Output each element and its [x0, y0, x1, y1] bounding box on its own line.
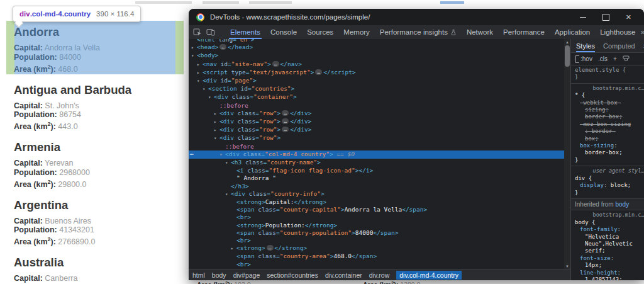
twisty-expanded-icon[interactable]: ▾	[214, 135, 219, 142]
dom-row[interactable]: ▾<section id="countries">	[189, 85, 564, 93]
dom-row[interactable]: <br>	[189, 237, 564, 244]
dom-row[interactable]: </h3>	[189, 183, 564, 190]
twisty-collapsed-icon[interactable]: ▸	[191, 44, 197, 52]
dom-token: id	[221, 77, 228, 84]
twisty-expanded-icon[interactable]: ▾	[191, 52, 197, 60]
dom-row[interactable]: ▸<div class="row">…</div>	[189, 118, 564, 126]
dom-row[interactable]: <span class="country-area">468.0</span>	[189, 253, 564, 260]
dom-row[interactable]: ⋯▾<div class="col-md-4 country"> == $0	[189, 151, 564, 159]
close-button[interactable]: ✕	[626, 14, 631, 20]
dom-row[interactable]: <span class="country-population">84000</…	[189, 229, 564, 237]
more-tabs-button[interactable]: »	[640, 28, 644, 37]
dom-row[interactable]: <i class="flag-icon flag-icon-ad"></i>	[189, 167, 564, 174]
sidebar-tab-styles[interactable]: Styles	[576, 39, 595, 52]
breadcrumb-item[interactable]: body	[212, 271, 226, 279]
style-options-icon[interactable]	[623, 55, 630, 62]
twisty-collapsed-icon[interactable]: ▸	[214, 127, 219, 134]
dom-row[interactable]: ▾<div class="row">	[189, 134, 564, 142]
tab-elements[interactable]: Elements	[225, 25, 265, 39]
dom-row[interactable]: " Andorra "	[189, 174, 564, 182]
dom-token: </div>	[290, 118, 311, 125]
inline-expand-button[interactable]: …	[272, 61, 279, 67]
tab-memory[interactable]: Memory	[338, 25, 375, 39]
dom-row[interactable]: ▾<div id="page">	[189, 77, 564, 85]
twisty-expanded-icon[interactable]: ▾	[225, 159, 231, 167]
clipped-header-link[interactable]	[440, 1, 464, 4]
dom-row[interactable]: ▸<div class="row">…</div>	[189, 126, 564, 134]
scroll-down-icon[interactable]: ▼	[564, 264, 570, 269]
tab-console[interactable]: Console	[265, 25, 302, 39]
twisty-collapsed-icon[interactable]: ▸	[231, 245, 236, 253]
dom-row[interactable]: ▸<script type="text/javascript">…</scrip…	[189, 69, 564, 77]
twisty-expanded-icon[interactable]: ▾	[203, 86, 208, 93]
inline-expand-button[interactable]: …	[315, 69, 322, 75]
style-token: box;	[585, 135, 599, 142]
style-token: element.style {	[575, 67, 626, 73]
twisty-collapsed-icon[interactable]: ▸	[214, 110, 219, 118]
scroll-up-icon[interactable]: ▲	[564, 40, 570, 45]
dom-row[interactable]: ▾<h3 class="country-name">	[189, 159, 564, 167]
dom-row[interactable]: ▸<div class="row">…</div>	[189, 110, 564, 118]
inspect-element-button[interactable]	[193, 28, 202, 37]
stylesheet-source-link[interactable]: bootstrap.min.c…	[575, 212, 644, 219]
minimize-button[interactable]	[580, 17, 586, 18]
row-actions-icon[interactable]: ⋯	[190, 151, 193, 158]
breadcrumb-item[interactable]: html	[192, 271, 205, 279]
dom-row[interactable]: ▸<head>…</head>	[189, 43, 564, 52]
twisty-collapsed-icon[interactable]: ▸	[197, 69, 203, 77]
breadcrumb-item[interactable]: section#countries	[267, 271, 318, 279]
inline-expand-button[interactable]: …	[282, 110, 289, 116]
dom-row[interactable]: <span class="country-capital">Andorra la…	[189, 206, 564, 213]
tab-lighthouse[interactable]: Lighthouse	[595, 25, 640, 39]
tab-performance[interactable]: Performance	[498, 25, 550, 39]
stylesheet-source-link[interactable]: bootstrap.min.c…	[575, 85, 644, 92]
dom-row[interactable]: ▾<div class="country-info">	[189, 190, 564, 198]
breadcrumb-item[interactable]: div.row	[369, 271, 389, 279]
dom-token: Population:	[265, 222, 305, 229]
sidebar-tab-computed[interactable]: Computed	[603, 39, 635, 52]
inline-expand-button[interactable]: …	[282, 118, 289, 124]
stylesheet-source-link[interactable]: user agent styl…	[575, 168, 644, 174]
dom-row[interactable]: ▾<div class="container">	[189, 93, 564, 101]
tab-network[interactable]: Network	[462, 25, 498, 39]
style-line: element.style {	[575, 67, 644, 74]
maximize-button[interactable]	[602, 14, 609, 21]
tab-performance-insights[interactable]: Performance insights	[375, 25, 462, 39]
inherited-from-link[interactable]: body	[615, 201, 629, 208]
dom-row[interactable]: ▸<nav id="site-nav">…</nav>	[189, 60, 564, 69]
tab-sources[interactable]: Sources	[302, 25, 338, 39]
dom-row[interactable]: <br>	[189, 213, 564, 221]
dom-row[interactable]: <strong>Population:</strong>	[189, 222, 564, 229]
devtools-titlebar[interactable]: DevTools - www.scrapethissite.com/pages/…	[189, 9, 644, 25]
tab-application[interactable]: Application	[550, 25, 595, 39]
twisty-collapsed-icon[interactable]: ▸	[214, 118, 219, 126]
dom-token: Capital:	[265, 198, 294, 205]
twisty-expanded-icon[interactable]: ▾	[197, 77, 203, 85]
styles-toolbar-button[interactable]: +	[613, 55, 617, 62]
dom-row[interactable]: ::before	[189, 102, 564, 110]
dom-tree-scrollbar[interactable]: ▲ ▼	[564, 39, 570, 270]
dom-row[interactable]: ▾<body>	[189, 52, 564, 60]
style-line: 14px;	[575, 262, 644, 269]
dom-row[interactable]: ::before	[189, 143, 564, 151]
styles-toolbar-button[interactable]: :hov	[580, 55, 592, 62]
breadcrumb-item[interactable]: div.container	[325, 271, 362, 279]
inline-expand-button[interactable]: …	[219, 44, 226, 50]
breadcrumb-item[interactable]: div.col-md-4.country	[396, 271, 462, 280]
dom-row[interactable]: <html lang="en">	[189, 39, 564, 43]
breadcrumb-item[interactable]: div#page	[233, 271, 260, 279]
device-toolbar-button[interactable]	[206, 28, 215, 36]
inline-expand-button[interactable]: …	[267, 245, 274, 251]
styles-toolbar-button[interactable]: .cls	[598, 55, 608, 62]
dom-row[interactable]: ▸<strong>…</strong>	[189, 244, 564, 253]
dom-row[interactable]: <br>	[189, 261, 564, 268]
dom-row[interactable]: <strong>Capital:</strong>	[189, 198, 564, 206]
twisty-expanded-icon[interactable]: ▾	[219, 151, 225, 159]
style-token: :	[611, 255, 614, 261]
twisty-collapsed-icon[interactable]: ▸	[197, 61, 203, 69]
dom-token: Andorra la Vella	[345, 206, 402, 213]
twisty-expanded-icon[interactable]: ▾	[208, 94, 214, 101]
scrollbar-thumb[interactable]	[565, 45, 570, 67]
inline-expand-button[interactable]: …	[282, 127, 289, 132]
twisty-expanded-icon[interactable]: ▾	[225, 191, 231, 198]
